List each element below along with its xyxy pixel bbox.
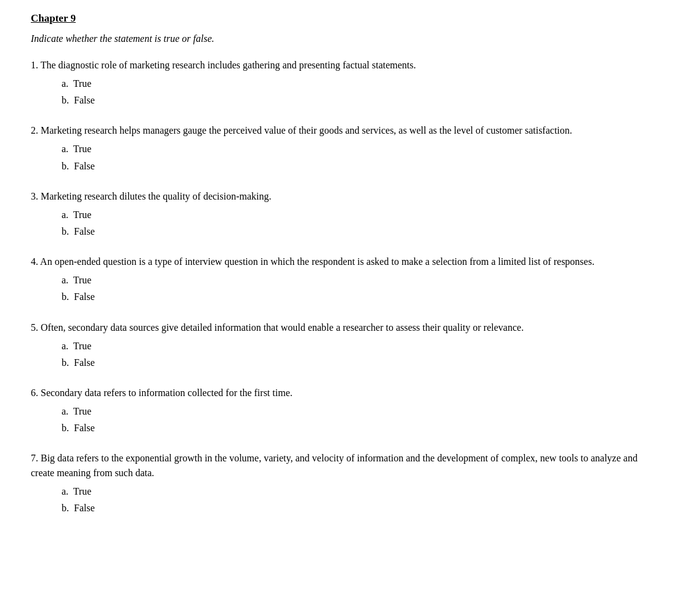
instruction: Indicate whether the statement is true o… [31, 33, 662, 44]
question-5-option-2: b. False [62, 354, 662, 371]
question-4-options: a. Trueb. False [31, 272, 662, 305]
question-3-options: a. Trueb. False [31, 206, 662, 240]
question-1-options: a. Trueb. False [31, 75, 662, 108]
question-5: 5. Often, secondary data sources give de… [31, 320, 662, 371]
question-1-text: 1. The diagnostic role of marketing rese… [31, 58, 662, 73]
question-6-option-2: b. False [62, 419, 662, 436]
question-7-options: a. Trueb. False [31, 483, 662, 516]
question-3-option-2: b. False [62, 223, 662, 240]
question-2-option-1: a. True [62, 140, 662, 157]
question-6-options: a. Trueb. False [31, 403, 662, 436]
question-3-text: 3. Marketing research dilutes the qualit… [31, 189, 662, 204]
question-4-option-1: a. True [62, 272, 662, 288]
question-2-option-2: b. False [62, 158, 662, 174]
question-6-text: 6. Secondary data refers to information … [31, 386, 662, 400]
question-1-option-2: b. False [62, 92, 662, 108]
question-3-option-1: a. True [62, 206, 662, 223]
question-7-text: 7. Big data refers to the exponential gr… [31, 451, 662, 480]
question-4: 4. An open-ended question is a type of i… [31, 254, 662, 305]
question-2: 2. Marketing research helps managers gau… [31, 123, 662, 174]
question-3: 3. Marketing research dilutes the qualit… [31, 189, 662, 240]
question-5-text: 5. Often, secondary data sources give de… [31, 320, 662, 335]
question-6-option-1: a. True [62, 403, 662, 419]
question-7-option-2: b. False [62, 500, 662, 516]
question-2-options: a. Trueb. False [31, 140, 662, 174]
question-1-option-1: a. True [62, 75, 662, 92]
question-1: 1. The diagnostic role of marketing rese… [31, 58, 662, 108]
question-4-text: 4. An open-ended question is a type of i… [31, 254, 662, 269]
question-4-option-2: b. False [62, 288, 662, 305]
chapter-heading: Chapter 9 [31, 12, 662, 25]
question-5-options: a. Trueb. False [31, 338, 662, 371]
question-5-option-1: a. True [62, 338, 662, 354]
question-7-option-1: a. True [62, 483, 662, 500]
question-2-text: 2. Marketing research helps managers gau… [31, 123, 662, 138]
question-7: 7. Big data refers to the exponential gr… [31, 451, 662, 516]
question-6: 6. Secondary data refers to information … [31, 386, 662, 436]
questions-container: 1. The diagnostic role of marketing rese… [31, 58, 662, 517]
